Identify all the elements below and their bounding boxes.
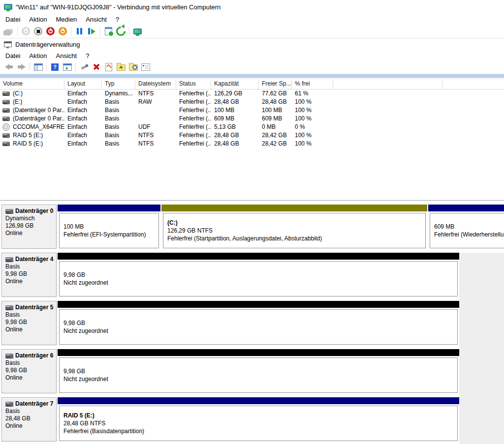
properties-icon[interactable] <box>139 61 152 72</box>
volume-row[interactable]: (C:)EinfachDynamis...NTFSFehlerfrei (...… <box>0 89 504 98</box>
volume-cell: Basis <box>102 98 135 106</box>
volume-name: (Datenträger 0 Par... <box>13 115 64 123</box>
console-tree-icon[interactable] <box>32 61 44 72</box>
disk-kind: Basis <box>5 311 56 319</box>
partition-line: Nicht zugeordnet <box>63 327 457 335</box>
enhanced-session-icon[interactable] <box>131 26 144 37</box>
check-document-icon[interactable] <box>102 61 115 72</box>
volume-row[interactable]: (Datenträger 0 Par...EinfachBasisFehlerf… <box>0 106 504 115</box>
panel-top-strip <box>0 74 504 78</box>
turn-off-icon[interactable] <box>44 26 57 37</box>
disk-icon <box>5 305 13 310</box>
folder-find-icon[interactable] <box>127 61 139 72</box>
volume-cell: (C:) <box>0 89 64 98</box>
forward-icon[interactable] <box>15 61 28 72</box>
delete-icon[interactable] <box>90 61 102 72</box>
stop-icon[interactable] <box>32 26 44 37</box>
volume-cell: Basis <box>102 140 135 148</box>
volume-cell: Einfach <box>64 98 102 106</box>
pause-icon[interactable] <box>73 26 86 37</box>
disk-status: Online <box>5 422 56 430</box>
partition[interactable]: RAID 5 (E:)28,48 GB NTFSFehlerfrei (Basi… <box>58 397 459 442</box>
menu-item-aktion[interactable]: Aktion <box>25 51 51 61</box>
volume-cell: 609 MB <box>211 115 259 123</box>
partition-line: 609 MB <box>434 223 504 231</box>
menu-item-datei[interactable]: Datei <box>1 51 25 61</box>
disk-partitions: 100 MBFehlerfrei (EFI-Systempartition)(C… <box>58 205 504 249</box>
volume-cell: Basis <box>102 123 135 131</box>
column-header-layout[interactable]: Layout <box>64 79 102 89</box>
disk-name-text: Datenträger 4 <box>15 256 53 263</box>
disk-header[interactable]: Datenträger 5Basis9,98 GBOnline <box>1 301 57 345</box>
volume-row[interactable]: CCCOMA_X64FRE...EinfachBasisUDFFehlerfre… <box>0 123 504 131</box>
column-header-kapazitt[interactable]: Kapazität <box>211 79 259 89</box>
partition[interactable]: 9,98 GBNicht zugeordnet <box>58 253 459 297</box>
volume-cell: Fehlerfrei (... <box>176 115 211 123</box>
menu-item-help[interactable]: ? <box>81 51 94 61</box>
dm-menubar: DateiAktionAnsicht? <box>0 50 504 61</box>
disk-header[interactable]: Datenträger 7Basis28,48 GBOnline <box>1 397 57 442</box>
volume-cell: Fehlerfrei (... <box>176 106 211 115</box>
volume-cell: (E:) <box>0 98 64 106</box>
volume-cell: 28,48 GB <box>211 131 259 140</box>
shut-down-icon[interactable] <box>57 26 69 37</box>
disk-kind: Dynamisch <box>5 215 56 222</box>
disk-icon <box>5 209 13 214</box>
menu-item-aktion[interactable]: Aktion <box>25 14 51 25</box>
volume-cell: Fehlerfrei (... <box>176 89 211 98</box>
toolbar-separator <box>17 27 18 35</box>
vm-titlebar: "Win11" auf "WIN-91DJQGJ09J8" - Verbindu… <box>0 0 504 14</box>
checkpoint-icon[interactable] <box>102 26 115 37</box>
partition-info: (C:)126,29 GB NTFSFehlerfrei (Startparti… <box>163 213 426 248</box>
disk-status: Online <box>5 374 56 382</box>
menu-item-datei[interactable]: Datei <box>1 14 25 25</box>
menu-item-ansicht[interactable]: Ansicht <box>52 51 82 61</box>
volume-cell: Basis <box>102 131 135 140</box>
partition[interactable]: 100 MBFehlerfrei (EFI-Systempartition) <box>58 205 160 249</box>
column-header-typ[interactable]: Typ <box>102 79 135 89</box>
folder-up-icon[interactable] <box>115 61 127 72</box>
partition-info: 100 MBFehlerfrei (EFI-Systempartition) <box>59 213 159 248</box>
disk-header[interactable]: Datenträger 6Basis9,98 GBOnline <box>1 349 57 393</box>
disk-management-window-icon <box>4 41 12 47</box>
column-header-status[interactable]: Status <box>176 79 211 89</box>
back-icon[interactable] <box>3 61 15 72</box>
partition[interactable]: 9,98 GBNicht zugeordnet <box>58 349 459 393</box>
ctrl-alt-del-icon[interactable] <box>3 26 15 37</box>
disk-header[interactable]: Datenträger 0Dynamisch126,98 GBOnline <box>1 205 57 249</box>
volume-cell: NTFS <box>135 131 176 140</box>
column-header-frei[interactable]: % frei <box>292 79 333 89</box>
volume-cell: 28,48 GB <box>259 98 292 106</box>
resume-icon[interactable] <box>86 26 98 37</box>
partition[interactable]: (C:)126,29 GB NTFSFehlerfrei (Startparti… <box>161 205 427 249</box>
revert-icon[interactable] <box>115 26 127 37</box>
volume-row[interactable]: RAID 5 (E:)EinfachBasisNTFSFehlerfrei (.… <box>0 140 504 148</box>
menu-item-medien[interactable]: Medien <box>52 14 82 25</box>
volume-row[interactable]: (E:)EinfachBasisRAWFehlerfrei (...28,48 … <box>0 98 504 106</box>
menu-item-ansicht[interactable]: Ansicht <box>81 14 111 25</box>
partition-line: Fehlerfrei (Basisdatenpartition) <box>63 427 457 435</box>
dm-titlebar: Datenträgerverwaltung <box>0 38 504 50</box>
volume-cell: NTFS <box>135 140 176 148</box>
column-header-freiersp[interactable]: Freier Sp... <box>259 79 292 89</box>
tool-icon[interactable] <box>78 61 90 72</box>
column-header-volume[interactable]: Volume <box>0 79 64 89</box>
vm-window-title: "Win11" auf "WIN-91DJQGJ09J8" - Verbindu… <box>16 3 220 11</box>
disk-name-text: Datenträger 6 <box>15 352 53 359</box>
column-header-dateisystem[interactable]: Dateisystem <box>135 79 176 89</box>
vm-toolbar <box>0 25 504 38</box>
volume-cell: 28,42 GB <box>259 140 292 148</box>
volume-row[interactable]: RAID 5 (E:)EinfachBasisNTFSFehlerfrei (.… <box>0 131 504 140</box>
disk-partitions: RAID 5 (E:)28,48 GB NTFSFehlerfrei (Basi… <box>58 397 459 442</box>
power-icon[interactable] <box>20 26 32 37</box>
partition-line: 9,98 GB <box>63 319 457 327</box>
volume-icon <box>2 142 10 146</box>
volume-row[interactable]: (Datenträger 0 Par...EinfachBasisFehlerf… <box>0 115 504 123</box>
disk-header[interactable]: Datenträger 4Basis9,98 GBOnline <box>1 253 57 297</box>
disk-status: Online <box>5 326 56 333</box>
menu-item-help[interactable]: ? <box>111 14 124 25</box>
help-icon[interactable]: ? <box>49 61 61 72</box>
partition[interactable]: 9,98 GBNicht zugeordnet <box>58 301 459 345</box>
partition[interactable]: 609 MBFehlerfrei (Wiederherstellungs <box>428 205 504 249</box>
action-pane-icon[interactable] <box>61 61 73 72</box>
